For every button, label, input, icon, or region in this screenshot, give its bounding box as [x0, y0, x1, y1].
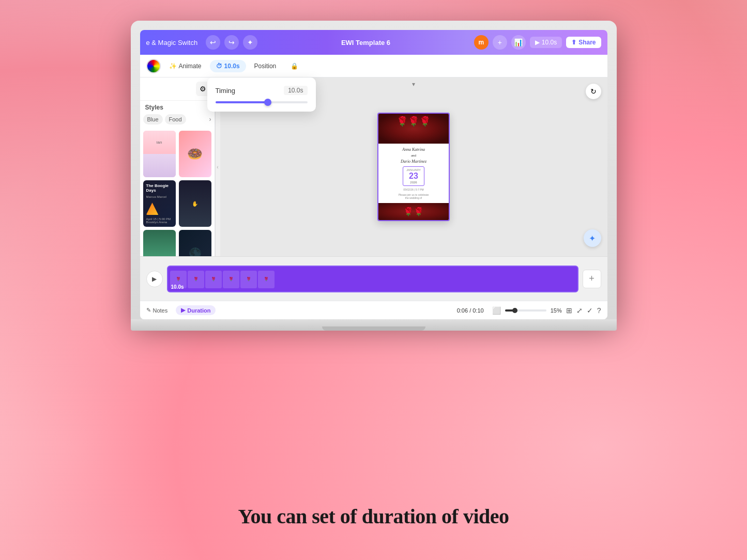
timeline-play-button[interactable]: ▶: [146, 271, 163, 287]
duration-label: Duration: [187, 307, 210, 314]
clip-thumbnails: 🌹 🌹 🌹 🌹 🌹 🌹: [170, 270, 275, 289]
clip-thumb-5: 🌹: [240, 271, 257, 288]
wc-content: Anna Katrina and Dario Martinez JANUARY …: [378, 144, 449, 203]
clip-thumb-6: 🌹: [258, 271, 275, 288]
wc-year: 2026: [406, 181, 421, 184]
redo-button[interactable]: ↪: [224, 35, 239, 50]
template-card-2[interactable]: [179, 131, 211, 177]
wc-names: Anna Katrina and Dario Martinez: [401, 147, 426, 164]
notes-button[interactable]: ✎ Notes: [146, 307, 168, 314]
laptop-container: e & Magic Switch ↩ ↪ ✦ EWI Template 6 m …: [131, 21, 617, 331]
add-clip-button[interactable]: +: [583, 270, 601, 288]
wc-time: 05/02/26 | 5:7 PM: [403, 188, 423, 192]
time-total: 0:10: [472, 307, 483, 314]
color-picker[interactable]: [146, 59, 161, 73]
notes-label: Notes: [153, 307, 168, 314]
sidebar-search: ⚙: [140, 77, 215, 101]
bottom-slider-thumb[interactable]: [512, 308, 517, 313]
check-icon[interactable]: ✓: [587, 306, 593, 315]
timing-slider-fill: [216, 101, 266, 103]
animate-button[interactable]: ✨ Animate: [163, 60, 208, 72]
expand-icon[interactable]: ⤢: [576, 306, 583, 315]
magic-icon: ✦: [247, 38, 253, 46]
duration-button[interactable]: ▶ Duration: [176, 305, 216, 315]
add-button[interactable]: +: [493, 35, 507, 50]
template-card-3[interactable]: The Boogie Days Marcus Marcel April 15 |…: [143, 180, 176, 227]
wc-details: Please join us to celebratethe wedding o…: [399, 193, 429, 200]
help-icon[interactable]: ?: [597, 306, 601, 315]
sidebar: ⚙ Styles Blue Food › ian: [140, 77, 215, 256]
timing-icon: ⏱: [216, 63, 222, 70]
app-timeline: ▶ 🌹 🌹 🌹 🌹 🌹 🌹 10.0s: [140, 256, 607, 301]
timing-row: Timing 10.0s: [216, 86, 308, 95]
header-right: m + 📊 ▶ 10.0s ⬆ Share: [474, 35, 601, 50]
clip-thumb-3: 🌹: [205, 271, 222, 288]
sidebar-arrow[interactable]: ›: [209, 116, 211, 123]
bottom-controls: ⬜ 15% ⊞ ⤢ ✓ ?: [492, 306, 601, 315]
magic-button[interactable]: ✦: [243, 35, 257, 50]
share-icon: ⬆: [571, 39, 576, 46]
chart-icon: 📊: [514, 38, 523, 46]
play-duration-button[interactable]: ▶ 10.0s: [530, 37, 562, 48]
timing-popup-label: Timing: [216, 87, 236, 95]
undo-button[interactable]: ↩: [206, 35, 220, 50]
position-button[interactable]: Position: [248, 60, 283, 72]
timing-label: 10.0s: [224, 63, 240, 70]
document-title: EWI Template 6: [262, 39, 470, 46]
chart-button[interactable]: 📊: [511, 35, 526, 50]
share-label: Share: [578, 39, 596, 46]
sidebar-tab-food[interactable]: Food: [165, 114, 186, 125]
timing-button[interactable]: ⏱ 10.0s: [210, 60, 246, 72]
playback-time: 0:06 / 0:10: [457, 307, 484, 314]
caption-area: You can set of duration of video: [167, 504, 581, 529]
lock-icon: 🔒: [291, 63, 298, 70]
canvas-magic-icon: ✦: [589, 234, 596, 243]
timing-slider-thumb[interactable]: [264, 99, 271, 106]
timing-popup: Timing 10.0s: [207, 77, 316, 112]
duration-icon: ▶: [181, 307, 185, 314]
animate-icon: ✨: [169, 63, 177, 70]
play-icon: ▶: [535, 39, 540, 46]
wc-name1: Anna Katrina: [402, 147, 425, 152]
sidebar-tab-blue[interactable]: Blue: [143, 114, 163, 125]
share-button[interactable]: ⬆ Share: [566, 37, 601, 48]
app-header: e & Magic Switch ↩ ↪ ✦ EWI Template 6 m …: [140, 30, 607, 55]
zoom-percent: 15%: [551, 307, 562, 314]
template-grid: ian The Boogie Days Marcus Marcel Apr: [140, 128, 215, 256]
time-current: 0:06: [457, 307, 468, 314]
bottom-slider[interactable]: [505, 309, 546, 312]
timing-slider[interactable]: [216, 101, 308, 103]
header-duration-label: 10.0s: [542, 39, 557, 46]
brand-label: e & Magic Switch: [146, 39, 198, 46]
drop-arrow: ▾: [412, 81, 415, 88]
styles-label: Styles: [140, 101, 215, 114]
canvas-refresh-button[interactable]: ↻: [586, 84, 601, 99]
wc-day: 23: [406, 172, 421, 181]
template-card-6[interactable]: 🌑: [179, 230, 211, 256]
template-card-1[interactable]: ian: [143, 131, 176, 177]
app-toolbar: ✨ Animate ⏱ 10.0s Position 🔒: [140, 55, 607, 77]
app-container: e & Magic Switch ↩ ↪ ✦ EWI Template 6 m …: [140, 30, 607, 319]
clip-duration-label: 10.0s: [171, 284, 184, 290]
position-label: Position: [254, 63, 277, 70]
wc-and: and: [411, 153, 416, 158]
lock-button[interactable]: 🔒: [284, 60, 304, 72]
refresh-icon: ↻: [590, 87, 597, 96]
wedding-card: Anna Katrina and Dario Martinez JANUARY …: [377, 113, 450, 221]
wc-date-box: JANUARY 23 2026: [403, 166, 424, 186]
sidebar-tabs: Blue Food ›: [140, 114, 215, 128]
laptop-bezel: e & Magic Switch ↩ ↪ ✦ EWI Template 6 m …: [131, 21, 617, 319]
screen-icon[interactable]: ⬜: [492, 306, 501, 315]
user-avatar[interactable]: m: [474, 35, 489, 50]
template-card-5[interactable]: 🌿: [143, 230, 176, 256]
canvas-magic-button[interactable]: ✦: [584, 229, 601, 247]
laptop-base: [131, 319, 617, 331]
grid-icon[interactable]: ⊞: [566, 306, 572, 315]
wc-flowers-top: [378, 114, 449, 144]
laptop-screen: e & Magic Switch ↩ ↪ ✦ EWI Template 6 m …: [140, 30, 607, 319]
wc-name2: Dario Martinez: [401, 159, 426, 164]
template-card-4[interactable]: ✋: [179, 180, 211, 227]
caption-text: You can set of duration of video: [167, 504, 581, 529]
timing-popup-value: 10.0s: [284, 86, 307, 95]
timeline-clip[interactable]: 🌹 🌹 🌹 🌹 🌹 🌹 10.0s: [167, 266, 578, 292]
